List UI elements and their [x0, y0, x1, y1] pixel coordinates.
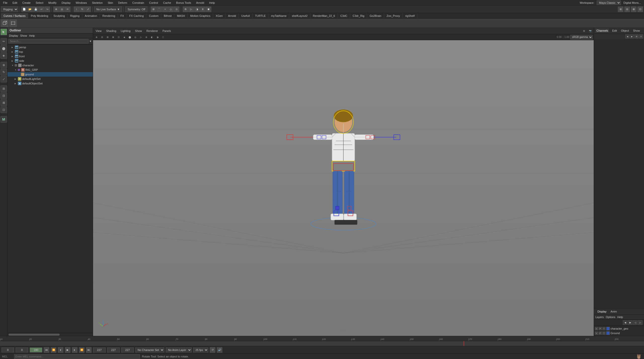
- menu-skeleton[interactable]: Skeleton: [91, 1, 104, 5]
- shelf-tab-custom[interactable]: Custom: [146, 13, 161, 19]
- rt-icon-2[interactable]: ▶: [630, 34, 634, 38]
- character-3d-model[interactable]: [278, 83, 409, 234]
- outliner-item-persp[interactable]: ▶ 📷 persp: [8, 45, 93, 49]
- outliner-item-ground[interactable]: ◻ ground: [8, 72, 93, 77]
- redo-btn[interactable]: ↪: [45, 7, 50, 12]
- audio-btn[interactable]: 🔊: [217, 347, 222, 353]
- vp-icon-13[interactable]: ⬡: [160, 35, 166, 40]
- menu-help[interactable]: Help: [208, 1, 216, 5]
- vp-icon-12[interactable]: ◑: [155, 35, 160, 40]
- layout-1[interactable]: ⊞: [1, 85, 7, 92]
- outliner-item-character[interactable]: ▼ ⬡ character: [8, 63, 93, 68]
- vp-icon-6[interactable]: ◈: [122, 35, 127, 40]
- frame-end-left-input[interactable]: [93, 347, 106, 352]
- menu-modify[interactable]: Modify: [47, 1, 57, 5]
- layer-btn-4[interactable]: ▷: [638, 320, 642, 325]
- menu-create[interactable]: Create: [21, 1, 32, 5]
- vp-menu-lighting[interactable]: Lighting: [119, 29, 132, 33]
- vp-menu-show[interactable]: Show: [134, 29, 144, 33]
- shelf-rect-icon[interactable]: [9, 19, 17, 27]
- play-fast-forward-btn[interactable]: ⏩: [79, 347, 85, 353]
- play-back-start-btn[interactable]: ⏮: [44, 347, 49, 353]
- shelf-tab-turtle[interactable]: TURTLE: [253, 13, 269, 19]
- step-forward-btn[interactable]: ⏵: [72, 347, 77, 353]
- no-char-set-select[interactable]: No Character Set: [135, 347, 164, 352]
- paint-btn[interactable]: ✏: [65, 7, 70, 12]
- step-back-btn[interactable]: ⏴: [58, 347, 63, 353]
- outliner-menu-show[interactable]: Show: [20, 34, 27, 37]
- menu-windows[interactable]: Windows: [75, 1, 88, 5]
- frame-start-input[interactable]: [2, 347, 14, 352]
- vp-icon-11[interactable]: ◐: [149, 35, 154, 40]
- outliner-menu-display[interactable]: Display: [9, 34, 18, 37]
- m-icon[interactable]: M: [1, 116, 7, 123]
- shelf-tab-poly-modeling[interactable]: Poly Modeling: [28, 13, 51, 19]
- shelf-tab-renderman[interactable]: RenderMan_22_6: [310, 13, 338, 19]
- layer-v-ground[interactable]: V: [595, 332, 598, 335]
- play-end-btn[interactable]: ⏭: [86, 347, 92, 353]
- move-btn[interactable]: ↕: [74, 7, 79, 12]
- options-label[interactable]: Options: [606, 316, 615, 319]
- save-scene-btn[interactable]: 💾: [33, 7, 38, 12]
- fps-select[interactable]: 25 fps: [193, 347, 208, 352]
- outliner-item-top[interactable]: ▶ 📷 top: [8, 49, 93, 54]
- menu-display[interactable]: Display: [61, 1, 72, 5]
- menu-edit[interactable]: Edit: [12, 1, 18, 5]
- layout-4[interactable]: ⊡: [1, 107, 7, 113]
- shelf-tab-curves-surfaces[interactable]: Curves / Surfaces: [1, 13, 28, 19]
- play-backward-btn[interactable]: ⏪: [51, 347, 56, 353]
- menu-file[interactable]: File: [2, 1, 9, 5]
- mel-input[interactable]: [14, 354, 140, 359]
- layer-t-char-geo[interactable]: T: [602, 327, 606, 330]
- layer-btn-1[interactable]: ◀: [623, 320, 627, 325]
- lasso-btn[interactable]: ◎: [59, 7, 65, 12]
- frame-end-right-input[interactable]: [107, 347, 120, 352]
- outliner-item-objectset[interactable]: ▶ ◈ defaultObjectSet: [8, 81, 93, 86]
- layer-p-ground[interactable]: P: [599, 332, 602, 335]
- snap-surface-btn[interactable]: ◇: [168, 7, 174, 12]
- ipr-btn[interactable]: ◑: [194, 7, 200, 12]
- pause-btn[interactable]: ⏸: [200, 7, 206, 12]
- vp-menu-panels[interactable]: Panels: [161, 29, 173, 33]
- toolbar-icon-1[interactable]: ⊞: [618, 7, 623, 12]
- menu-arnold[interactable]: Arnold: [195, 1, 205, 5]
- vp-camera-icon[interactable]: 📷: [588, 28, 593, 33]
- scale-tool[interactable]: ⤢: [1, 76, 7, 82]
- select-tool[interactable]: [1, 29, 7, 35]
- outliner-search-input[interactable]: [9, 39, 89, 43]
- vp-icon-1[interactable]: ⊕: [94, 35, 99, 40]
- vp-resize-icon[interactable]: ⊞: [582, 28, 587, 33]
- outliner-scroll-thumb[interactable]: [9, 334, 60, 336]
- menu-constrain[interactable]: Constrain: [131, 1, 145, 5]
- menu-skin[interactable]: Skin: [107, 1, 114, 5]
- outliner-search-options[interactable]: ▼: [89, 40, 92, 43]
- select-btn[interactable]: ⊕: [53, 7, 59, 12]
- shelf-tab-my-tab[interactable]: myTabName: [268, 13, 289, 19]
- shelf-tab-fx-caching[interactable]: FX Caching: [127, 13, 146, 19]
- menu-deform[interactable]: Deform: [117, 1, 128, 5]
- toolbar-icon-4[interactable]: ⊡: [637, 7, 643, 12]
- layer-row-ground[interactable]: V P T Ground: [594, 331, 644, 335]
- shelf-tab-usefull[interactable]: Usefull: [239, 13, 253, 19]
- vp-icon-4[interactable]: ⊠: [111, 35, 116, 40]
- outliner-item-front[interactable]: ▶ 📷 front: [8, 54, 93, 59]
- shelf-tab-xgen[interactable]: XGen: [213, 13, 225, 19]
- new-scene-btn[interactable]: 📄: [21, 7, 27, 12]
- brush-tool[interactable]: ⬤: [1, 45, 7, 52]
- snap-curve-btn[interactable]: ⌒: [156, 7, 162, 12]
- frame-highlighted-input[interactable]: [30, 347, 42, 352]
- snap-view-btn[interactable]: ⊙: [174, 7, 179, 12]
- layer-btn-3[interactable]: ◁: [633, 320, 637, 325]
- layers-label[interactable]: Layers: [595, 316, 604, 319]
- shelf-tab-go2brain[interactable]: Go2Brain: [367, 13, 384, 19]
- shelf-tab-fx[interactable]: FX: [118, 13, 127, 19]
- vp-icon-10[interactable]: ⊛: [144, 35, 149, 40]
- outliner-item-lightset[interactable]: ▶ ☀ defaultLightSet: [8, 77, 93, 81]
- open-scene-btn[interactable]: 📂: [27, 7, 33, 12]
- vp-menu-view[interactable]: View: [94, 29, 103, 33]
- vp-menu-renderer[interactable]: Renderer: [145, 29, 159, 33]
- edit-tab[interactable]: Edit: [611, 29, 618, 33]
- shelf-tab-shelf-layout[interactable]: shelfLayout2: [289, 13, 310, 19]
- mode-select[interactable]: Rigging: [1, 7, 18, 12]
- layer-t-ground[interactable]: T: [602, 332, 606, 335]
